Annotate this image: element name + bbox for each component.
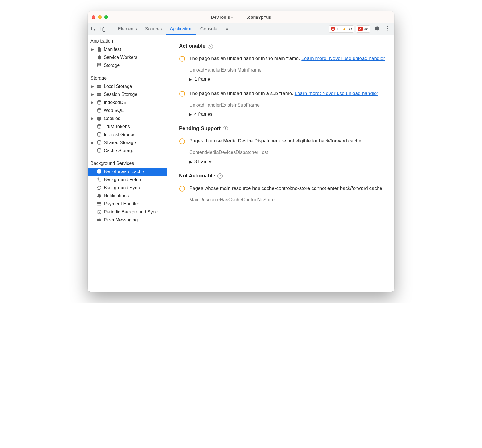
svg-point-16 — [97, 109, 101, 110]
minimize-window-button[interactable] — [98, 15, 102, 19]
issue-row: The page has an unload handler in a sub … — [179, 90, 386, 97]
settings-icon[interactable] — [372, 26, 381, 32]
transfer-icon — [96, 177, 102, 183]
sidebar-item-notifications[interactable]: Notifications — [88, 192, 167, 200]
svg-rect-7 — [97, 85, 99, 86]
errors-warnings-badge[interactable]: ✕ 11 ▲ 33 — [329, 25, 354, 33]
issue-row: Pages that use Media Device Dispatcher a… — [179, 138, 386, 144]
issues-badge[interactable]: ✕ 48 — [356, 25, 370, 33]
svg-rect-37 — [182, 142, 182, 143]
issue-row: The page has an unload handler in the ma… — [179, 55, 386, 62]
help-icon[interactable]: ? — [223, 126, 228, 131]
svg-point-19 — [99, 118, 100, 118]
sidebar-item-service-workers[interactable]: Service Workers — [88, 53, 167, 61]
database-icon — [96, 108, 102, 113]
database-icon — [96, 140, 102, 146]
svg-rect-10 — [99, 87, 101, 88]
warning-icon — [179, 56, 185, 62]
sidebar-item-background-sync[interactable]: Background Sync — [88, 184, 167, 192]
tab-sources[interactable]: Sources — [141, 23, 166, 35]
close-window-button[interactable] — [92, 15, 95, 19]
sidebar-section-application: Application — [88, 35, 167, 45]
error-icon: ✕ — [331, 27, 335, 31]
sidebar-item-shared-storage[interactable]: ▶ Shared Storage — [88, 139, 167, 147]
svg-rect-27 — [97, 203, 101, 205]
warning-icon — [179, 91, 185, 97]
more-options-icon[interactable] — [383, 26, 392, 32]
sidebar-item-interest-groups[interactable]: Interest Groups — [88, 131, 167, 139]
svg-rect-9 — [97, 87, 99, 88]
table-icon — [96, 92, 102, 97]
disclosure-icon: ▶ — [189, 77, 192, 82]
issue-message: Pages whose main resource has cache-cont… — [189, 185, 384, 192]
label: Trust Tokens — [104, 124, 130, 129]
database-icon — [96, 132, 102, 138]
sidebar-item-cache-storage[interactable]: Cache Storage — [88, 147, 167, 155]
label: Shared Storage — [104, 140, 136, 145]
sidebar-section-background-services: Background Services — [88, 157, 167, 168]
label: Web SQL — [104, 108, 124, 113]
label: Background Sync — [104, 185, 140, 190]
errors-count: 11 — [336, 27, 341, 31]
sidebar-item-storage[interactable]: Storage — [88, 61, 167, 69]
issue-code: UnloadHandlerExistsInSubFrame — [189, 102, 386, 108]
inspect-element-icon[interactable] — [90, 25, 97, 33]
status-badges: ✕ 11 ▲ 33 ✕ 48 — [329, 25, 370, 33]
svg-point-22 — [97, 125, 101, 126]
frames-disclosure[interactable]: ▶ 4 frames — [189, 112, 386, 117]
sidebar-item-session-storage[interactable]: ▶ Session Storage — [88, 90, 167, 99]
cookie-icon — [96, 116, 102, 121]
sidebar-item-payment-handler[interactable]: Payment Handler — [88, 200, 167, 208]
issue-code: MainResourceHasCacheControlNoStore — [189, 197, 386, 202]
svg-point-5 — [387, 30, 388, 30]
warning-icon: ▲ — [342, 27, 346, 31]
clock-icon — [96, 209, 102, 215]
maximize-window-button[interactable] — [104, 15, 108, 19]
help-icon[interactable]: ? — [208, 44, 213, 49]
frames-disclosure[interactable]: ▶ 1 frame — [189, 77, 386, 82]
help-icon[interactable]: ? — [217, 173, 223, 179]
sidebar-item-indexeddb[interactable]: ▶ IndexedDB — [88, 99, 167, 107]
disclosure-icon: ▶ — [90, 141, 95, 145]
sidebar-item-push-messaging[interactable]: Push Messaging — [88, 216, 167, 224]
label: IndexedDB — [104, 100, 126, 105]
issue-message: The page has an unload handler in the ma… — [189, 55, 385, 62]
learn-more-link[interactable]: Learn more: Never use unload handler — [301, 56, 385, 61]
sidebar-item-background-fetch[interactable]: Background Fetch — [88, 176, 167, 184]
sidebar-item-cookies[interactable]: ▶ Cookies — [88, 115, 167, 123]
svg-rect-36 — [182, 140, 182, 142]
more-tabs-icon[interactable]: » — [223, 26, 230, 32]
tab-elements[interactable]: Elements — [114, 23, 141, 35]
label: Local Storage — [104, 84, 132, 89]
label: Session Storage — [104, 92, 137, 97]
tab-console[interactable]: Console — [196, 23, 221, 35]
disclosure-icon: ▶ — [90, 117, 95, 121]
tab-application[interactable]: Application — [166, 23, 196, 35]
sidebar-item-trust-tokens[interactable]: Trust Tokens — [88, 123, 167, 131]
disclosure-icon: ▶ — [90, 47, 95, 51]
learn-more-link[interactable]: Learn more: Never use unload handler — [295, 91, 378, 96]
bfcache-panel: Actionable ? The page has an unload hand… — [167, 35, 394, 292]
issue-message: Pages that use Media Device Dispatcher a… — [189, 138, 363, 144]
devtools-toolbar: Elements Sources Application Console » ✕… — [88, 23, 394, 35]
database-icon — [96, 124, 102, 130]
sidebar-item-bfcache[interactable]: Back/forward cache — [88, 168, 167, 176]
frames-disclosure[interactable]: ▶ 3 frames — [189, 159, 386, 164]
database-icon — [96, 100, 102, 105]
device-toggle-icon[interactable] — [99, 25, 107, 33]
titlebar: DevTools - .com/?p=us — [88, 11, 394, 23]
sidebar-item-web-sql[interactable]: Web SQL — [88, 107, 167, 115]
heading-pending-support: Pending Support ? — [179, 125, 386, 132]
sidebar-item-periodic-bg-sync[interactable]: Periodic Background Sync — [88, 208, 167, 216]
disclosure-icon: ▶ — [90, 84, 95, 88]
disclosure-icon: ▶ — [189, 160, 192, 164]
svg-rect-12 — [99, 93, 101, 94]
label: Background Fetch — [104, 177, 141, 182]
svg-point-6 — [97, 63, 101, 65]
table-icon — [96, 84, 102, 89]
sidebar-item-local-storage[interactable]: ▶ Local Storage — [88, 82, 167, 90]
label: Storage — [104, 63, 120, 68]
svg-point-15 — [97, 101, 101, 102]
svg-point-20 — [99, 119, 99, 119]
sidebar-item-manifest[interactable]: ▶ Manifest — [88, 45, 167, 53]
